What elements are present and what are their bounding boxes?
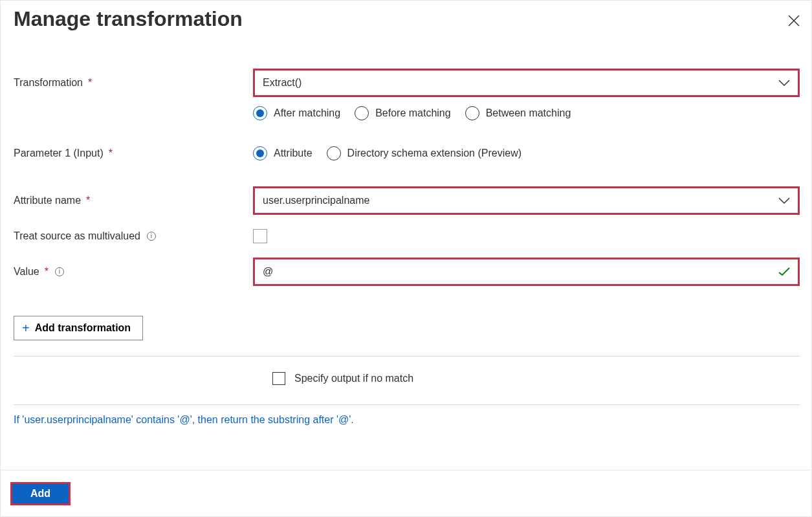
radio-label: Directory schema extension (Preview) <box>347 148 521 159</box>
specify-output-checkbox[interactable] <box>272 372 285 385</box>
check-icon <box>778 267 790 276</box>
attribute-name-label: Attribute name* <box>14 195 253 206</box>
radio-after-matching[interactable]: After matching <box>253 106 340 120</box>
radio-label: After matching <box>274 107 340 119</box>
value-input[interactable]: @ <box>253 258 800 286</box>
radio-between-matching[interactable]: Between matching <box>465 106 571 120</box>
plus-icon: + <box>22 322 30 335</box>
radio-before-matching[interactable]: Before matching <box>355 106 451 120</box>
info-icon[interactable]: i <box>147 232 156 241</box>
attribute-name-select[interactable]: user.userprincipalname <box>253 186 800 215</box>
required-asterisk: * <box>86 195 90 206</box>
radio-label: Before matching <box>375 107 451 119</box>
chevron-down-icon <box>778 79 790 87</box>
radio-attribute[interactable]: Attribute <box>253 146 313 160</box>
transformation-preview: If 'user.userprincipalname' contains '@'… <box>14 405 800 426</box>
param1-radiogroup: Attribute Directory schema extension (Pr… <box>253 146 800 160</box>
info-icon[interactable]: i <box>55 267 64 276</box>
multivalued-label: Treat source as multivalued i <box>14 230 253 242</box>
chevron-down-icon <box>778 197 790 204</box>
required-asterisk: * <box>109 148 113 159</box>
radio-label: Between matching <box>486 107 571 119</box>
transformation-select[interactable]: Extract() <box>253 69 800 97</box>
transformation-label: Transformation* <box>14 77 253 89</box>
add-button[interactable]: Add <box>12 484 69 503</box>
multivalued-checkbox[interactable] <box>253 229 267 243</box>
radio-label: Attribute <box>274 148 313 159</box>
add-transformation-button[interactable]: + Add transformation <box>14 316 143 340</box>
radio-directory-schema-extension[interactable]: Directory schema extension (Preview) <box>327 146 521 160</box>
close-icon[interactable] <box>788 15 800 27</box>
param1-label: Parameter 1 (Input)* <box>14 148 253 159</box>
matching-mode-radiogroup: After matching Before matching Between m… <box>253 106 800 120</box>
specify-output-label: Specify output if no match <box>294 373 413 384</box>
required-asterisk: * <box>45 266 49 278</box>
page-title: Manage transformation <box>14 7 243 31</box>
value-label: Value* i <box>14 266 253 278</box>
required-asterisk: * <box>88 77 92 89</box>
